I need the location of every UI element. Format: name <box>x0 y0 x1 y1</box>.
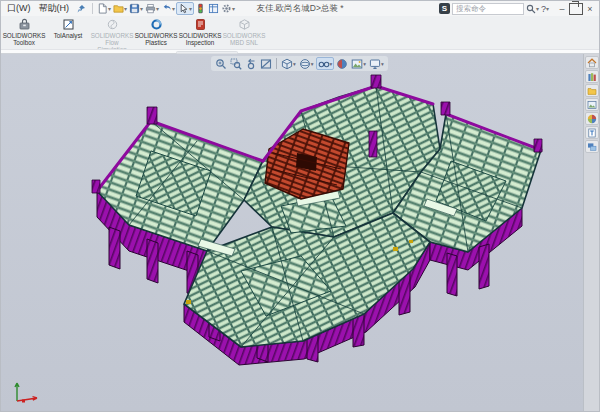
toolbar-separator <box>92 3 93 14</box>
view-settings-icon <box>369 58 381 70</box>
close-button[interactable]: × <box>583 3 597 15</box>
cmd-tolanalyst[interactable]: TolAnalyst <box>47 17 89 39</box>
appearances-scenes-tab[interactable] <box>585 112 599 125</box>
cmd-mbd-snl: SOLIDWORKS MBD SNL <box>223 17 265 46</box>
print-icon <box>145 3 156 14</box>
toolbox-icon <box>18 18 31 31</box>
hide-show-items-button[interactable]: ▾ <box>316 57 335 70</box>
file-properties-button[interactable] <box>207 2 220 15</box>
edit-appearance-button[interactable] <box>335 57 349 70</box>
view-orientation-cube-icon <box>281 58 293 70</box>
design-library-tab[interactable] <box>585 70 599 83</box>
picture-icon <box>587 100 597 110</box>
print-button[interactable]: ▾ <box>144 2 160 15</box>
cmd-label: SOLIDWORKS MBD SNL <box>223 32 266 46</box>
minimize-button[interactable]: – <box>555 3 569 15</box>
books-icon <box>587 72 597 82</box>
save-disk-icon <box>129 3 140 14</box>
plastics-icon <box>150 18 163 31</box>
title-bar: 口(W) 帮助(H) ▾ ▾ ▾ <box>1 1 599 16</box>
view-settings-button[interactable]: ▾ <box>368 57 385 70</box>
forum-icon <box>587 142 597 152</box>
solidworks-window: 口(W) 帮助(H) ▾ ▾ ▾ <box>0 0 600 412</box>
custom-properties-tab[interactable] <box>585 126 599 139</box>
display-style-icon <box>299 58 311 70</box>
section-view-icon <box>260 58 272 70</box>
command-manager: SOLIDWORKS Toolbox TolAnalyst SOLIDWORKS… <box>1 16 599 49</box>
undo-button[interactable]: ▾ <box>160 2 176 15</box>
folder-icon <box>587 86 597 96</box>
flow-simulation-icon <box>106 18 119 31</box>
cmd-solidworks-toolbox[interactable]: SOLIDWORKS Toolbox <box>3 17 45 46</box>
graphics-viewport[interactable]: ▾ ▾ ▾ <box>1 54 599 411</box>
window-controls: – × <box>555 3 597 15</box>
undo-arrow-icon <box>161 3 172 14</box>
view-orientation-button[interactable]: ▾ <box>280 57 297 70</box>
cmd-plastics[interactable]: SOLIDWORKS Plastics <box>135 17 177 46</box>
apply-scene-button[interactable]: ▾ <box>350 57 367 70</box>
zoom-to-fit-button[interactable] <box>214 57 228 70</box>
home-icon <box>587 58 597 68</box>
rebuild-button[interactable] <box>194 2 207 15</box>
task-pane-strip <box>583 54 599 411</box>
cmd-flow-simulation: SOLIDWORKS Flow Simulation <box>91 17 133 53</box>
zoom-to-area-icon <box>230 58 242 70</box>
formwork-assembly-model[interactable] <box>1 54 599 411</box>
zoom-to-fit-icon <box>215 58 227 70</box>
previous-view-icon <box>245 58 257 70</box>
inspection-icon <box>194 18 207 31</box>
solidworks-forum-tab[interactable] <box>585 140 599 153</box>
zoom-to-area-button[interactable] <box>229 57 243 70</box>
restore-button[interactable] <box>569 3 583 15</box>
new-document-icon <box>97 3 108 14</box>
options-button[interactable]: ▾ <box>220 2 236 15</box>
tolanalyst-icon <box>62 18 75 31</box>
restore-icon <box>569 3 583 15</box>
hide-show-items-icon <box>318 58 330 70</box>
rebuild-traffic-light-icon <box>195 3 206 14</box>
select-button[interactable]: ▾ <box>176 2 194 15</box>
solidworks-logo-icon: S <box>439 3 450 14</box>
options-gear-icon <box>221 3 232 14</box>
section-view-button[interactable] <box>259 57 273 70</box>
menu-window[interactable]: 口(W) <box>3 2 35 15</box>
pin-menu-icon[interactable] <box>76 4 86 14</box>
menu-help[interactable]: 帮助(H) <box>35 2 74 15</box>
file-explorer-tab[interactable] <box>585 84 599 97</box>
coordinate-triad <box>9 377 43 405</box>
search-placeholder: 搜索命令 <box>456 4 486 14</box>
apply-scene-icon <box>351 58 363 70</box>
color-sphere-icon <box>587 114 597 124</box>
magnifier-icon <box>526 4 536 14</box>
open-folder-icon <box>113 3 124 14</box>
help-button[interactable]: ?▾ <box>541 4 549 14</box>
cmd-label: SOLIDWORKS Inspection <box>179 32 222 46</box>
search-button[interactable]: ▾ <box>526 4 539 14</box>
mbd-icon <box>238 18 251 31</box>
cmd-label: TolAnalyst <box>54 32 83 39</box>
previous-view-button[interactable] <box>244 57 258 70</box>
search-commands-input[interactable]: 搜索命令 <box>452 3 524 15</box>
new-document-button[interactable]: ▾ <box>96 2 112 15</box>
open-button[interactable]: ▾ <box>112 2 128 15</box>
edit-appearance-icon <box>336 58 348 70</box>
solidworks-resources-tab[interactable] <box>585 56 599 69</box>
select-cursor-icon <box>178 3 189 14</box>
cmd-label: SOLIDWORKS Plastics <box>135 32 178 46</box>
display-style-button[interactable]: ▾ <box>298 57 315 70</box>
properties-doc-icon <box>587 128 597 138</box>
headsup-separator <box>276 58 277 69</box>
cmd-label: SOLIDWORKS Toolbox <box>3 32 46 46</box>
cmd-inspection[interactable]: SOLIDWORKS Inspection <box>179 17 221 46</box>
save-button[interactable]: ▾ <box>128 2 144 15</box>
view-palette-tab[interactable] <box>585 98 599 111</box>
file-properties-icon <box>208 3 219 14</box>
headsup-view-toolbar: ▾ ▾ ▾ <box>211 56 388 71</box>
